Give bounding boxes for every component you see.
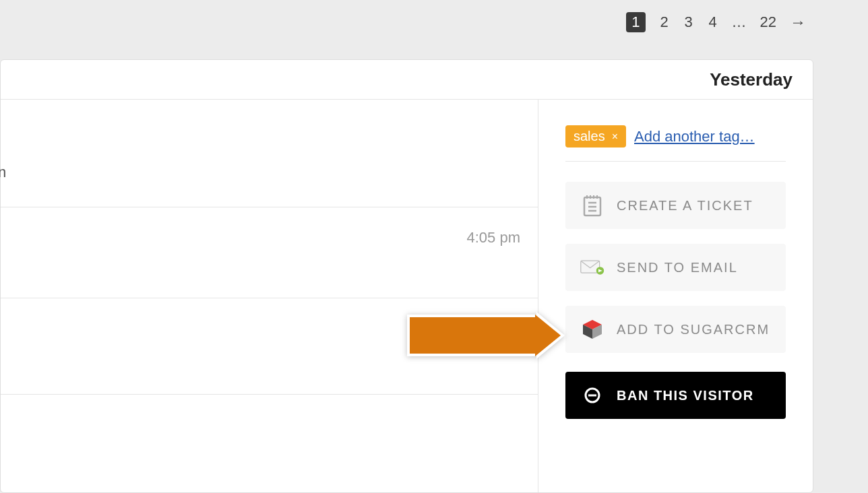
page-title: Yesterday (710, 69, 793, 90)
page-last[interactable]: 22 (760, 13, 776, 31)
action-label: BAN THIS VISITOR (617, 388, 754, 403)
envelope-arrow-icon (580, 255, 604, 280)
action-label: ADD TO SUGARCRM (617, 322, 770, 337)
page-4[interactable]: 4 (708, 13, 718, 31)
action-label: SEND TO EMAIL (617, 260, 738, 275)
main-panel: Yesterday n 4:05 pm sales × Add another … (0, 59, 813, 493)
ban-visitor-button[interactable]: BAN THIS VISITOR (565, 372, 786, 419)
action-label: CREATE A TICKET (617, 198, 753, 213)
message-row: 4:05 pm (1, 207, 538, 298)
page-2[interactable]: 2 (659, 13, 670, 31)
message-timestamp: 4:05 pm (467, 229, 521, 246)
ban-icon (580, 383, 604, 407)
callout-arrow (407, 315, 535, 356)
pagination: 1 2 3 4 … 22 → (626, 12, 806, 32)
content-row: n 4:05 pm sales × Add another tag… (1, 99, 813, 492)
arrow-shape-icon (407, 315, 535, 356)
add-to-sugarcrm-button[interactable]: ADD TO SUGARCRM (565, 306, 786, 353)
close-icon[interactable]: × (612, 131, 618, 143)
sidebar-panel: sales × Add another tag… (538, 100, 813, 492)
conversation-column: n 4:05 pm (1, 100, 538, 492)
create-ticket-button[interactable]: CREATE A TICKET (565, 182, 786, 229)
tag-label: sales (574, 129, 605, 144)
page-1[interactable]: 1 (626, 12, 645, 32)
notepad-icon (580, 193, 604, 218)
tag-sales[interactable]: sales × (565, 125, 626, 147)
header-bar: Yesterday (1, 60, 813, 99)
next-page-arrow-icon[interactable]: → (790, 13, 806, 32)
tag-row: sales × Add another tag… (565, 125, 786, 162)
add-tag-link[interactable]: Add another tag… (634, 128, 755, 145)
page-ellipsis: … (732, 13, 747, 31)
conversation-header-section: n (1, 100, 538, 207)
truncated-text: n (0, 164, 6, 181)
page-3[interactable]: 3 (683, 13, 694, 31)
cube-icon (580, 317, 604, 341)
send-to-email-button[interactable]: SEND TO EMAIL (565, 244, 786, 291)
